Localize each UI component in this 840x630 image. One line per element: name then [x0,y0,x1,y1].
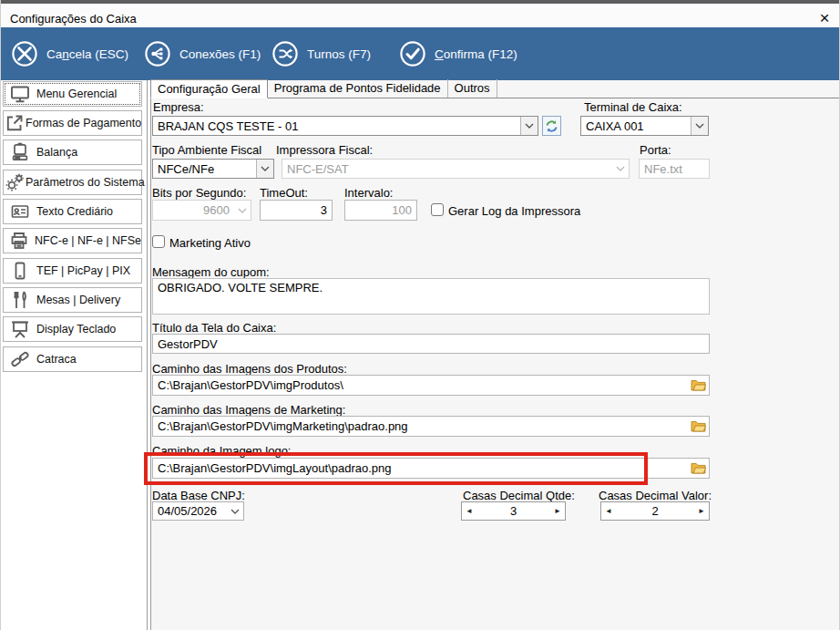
sidebar-item-menu-gerencial[interactable]: Menu Gerencial [3,81,142,107]
sidebar-item-display-teclado[interactable]: Display Teclado [3,316,142,342]
sync-arrows-icon [545,119,558,133]
spinner-left-icon[interactable]: ◄ [462,502,476,520]
connections-circle-icon [144,40,171,67]
casas-valor-label: Casas Decimal Valor: [599,489,712,502]
close-icon[interactable]: × [814,9,835,27]
tab-outros[interactable]: Outros [448,79,497,98]
casas-qtde-spinner[interactable]: ◄ 3 ► [461,501,566,521]
tab-programa-pontos-fidelidade[interactable]: Programa de Pontos Fidelidade [268,79,448,98]
caminho-marketing-label: Caminho das Imagens de Marketing: [152,403,345,417]
spinner-right-icon[interactable]: ► [694,502,709,520]
sidebar-item-label: TEF | PicPay | PIX [36,264,130,277]
bits-label: Bits por Segundo: [152,186,246,200]
empresa-combobox[interactable]: BRAJAN CQS TESTE - 01 [152,116,538,136]
caminho-produtos-input[interactable] [152,375,710,396]
folder-open-icon[interactable] [689,377,707,392]
gears-icon [4,171,26,193]
terminal-value: CAIXA 001 [581,119,691,133]
marketing-ativo-label[interactable]: Marketing Ativo [169,236,251,250]
shuffle-circle-icon [271,40,299,67]
sidebar-item-formas-pagamento[interactable]: Formas de Pagamento [3,110,142,136]
confirm-button[interactable]: Confirma (F12) [399,27,517,80]
caminho-logo-input[interactable] [152,458,710,479]
chevron-down-icon[interactable] [691,117,708,135]
folder-open-icon[interactable] [689,460,707,475]
sidebar-item-mesas-delivery[interactable]: Mesas | Delivery [3,287,142,313]
check-circle-icon [399,40,426,67]
shifts-button[interactable]: Turnos (F7) [271,27,371,80]
toolbar-button-label: Conexões (F1) [179,47,261,61]
toolbar-button-label: Cancela (ESC) [46,47,128,61]
monitor-icon [4,83,36,105]
tab-configuracao-geral[interactable]: Configuração Geral [150,79,268,98]
caminho-marketing-input[interactable] [152,416,710,437]
sidebar-item-label: NFC-e | NF-e | NFSe [35,234,141,247]
cancel-button[interactable]: Cancela (ESC) [11,27,128,80]
caminho-logo-field [152,458,710,479]
terminal-label: Terminal de Caixa: [584,100,682,114]
marketing-ativo-checkbox[interactable] [152,235,165,248]
cutlery-icon [4,289,36,311]
connections-button[interactable]: Conexões (F1) [144,27,261,80]
timeout-label: TimeOut: [260,186,308,200]
sidebar-item-parametros-sistema[interactable]: Parâmetros do Sistema [3,170,142,195]
sidebar-item-texto-crediario[interactable]: Texto Crediário [3,199,142,224]
intervalo-input[interactable] [344,200,417,221]
casas-qtde-label: Casas Decimal Qtde: [463,489,575,502]
casas-valor-spinner[interactable]: ◄ 2 ► [600,501,710,521]
sidebar-item-tef-picpay-pix[interactable]: TEF | PicPay | PIX [3,258,142,284]
impressora-label: Impressora Fiscal: [276,143,373,157]
sidebar-item-catraca[interactable]: Catraca [3,346,142,372]
sidebar-item-label: Catraca [36,353,77,366]
timeout-input[interactable] [260,200,333,221]
tipo-ambiente-combobox[interactable]: NFCe/NFe [152,159,274,179]
receipt-printer-icon [4,230,35,252]
sidebar-item-balanca[interactable]: Balança [3,139,142,165]
terminal-combobox[interactable]: CAIXA 001 [580,116,709,136]
gerar-log-checkbox[interactable] [431,203,444,216]
cancel-circle-icon [11,40,38,67]
titlebar: Configurações do Caixa × [1,4,840,27]
scale-icon [4,141,36,163]
sidebar-item-label: Formas de Pagamento [26,117,141,129]
titulo-tela-field [152,334,710,354]
gerar-log-label[interactable]: Gerar Log da Impressora [448,204,580,218]
casas-valor-value: 2 [616,504,694,518]
data-base-label: Data Base CNPJ: [152,489,245,502]
timeout-field [260,200,333,221]
sidebar-item-label: Menu Gerencial [36,88,117,100]
chevron-down-icon[interactable] [520,117,538,135]
spinner-right-icon[interactable]: ► [550,502,565,520]
data-base-combobox[interactable]: 04/05/2026 [152,501,244,521]
porta-input[interactable] [639,159,710,179]
sidebar-item-label: Mesas | Delivery [36,294,120,306]
titulo-tela-input[interactable] [152,334,710,354]
folder-open-icon[interactable] [689,418,707,433]
projection-screen-icon [4,318,36,340]
tab-strip: Configuração Geral Programa de Pontos Fi… [150,80,840,98]
tipo-ambiente-label: Tipo Ambiente Fiscal [152,143,261,157]
toolbar-button-label: Turnos (F7) [307,47,371,61]
spinner-left-icon[interactable]: ◄ [601,502,616,520]
sidebar-item-label: Texto Crediário [36,205,113,218]
intervalo-field [344,200,417,221]
sidebar-item-label: Display Teclado [36,323,116,336]
caminho-produtos-field [152,375,710,396]
toolbar-button-label: Confirma (F12) [435,47,517,61]
id-card-icon [4,201,36,222]
data-base-value: 04/05/2026 [153,504,227,518]
bits-value: 9600 [153,203,234,217]
chevron-down-icon[interactable] [227,502,243,520]
window-title: Configurações do Caixa [10,12,137,26]
sidebar-item-nfce-nfe-nfse[interactable]: NFC-e | NF-e | NFSe [3,228,142,253]
mensagem-cupom-label: Mensagem do cupom: [152,265,270,279]
chevron-down-icon[interactable] [256,160,273,178]
smartphone-icon [4,260,36,282]
refresh-empresa-button[interactable] [542,116,561,136]
caminho-logo-label: Caminho da Imagem logo: [152,444,291,458]
configuracoes-do-caixa-window: Configurações do Caixa × Cancela (ESC) C… [0,0,840,630]
impressora-value: NFC-E/SAT [282,162,612,176]
chevron-down-icon [612,160,629,178]
mensagem-cupom-textarea[interactable]: OBRIGADO. VOLTE SEMPRE. [152,278,710,315]
chevron-down-icon [234,201,251,220]
